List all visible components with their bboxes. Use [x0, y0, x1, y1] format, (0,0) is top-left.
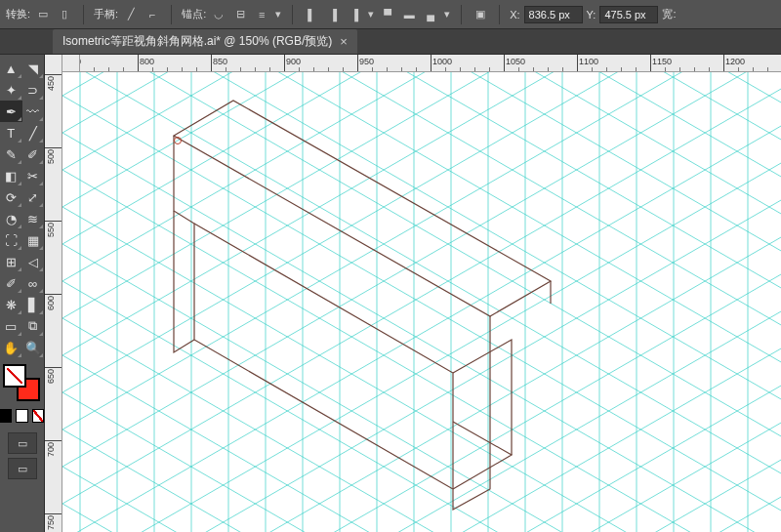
- gradient-tool[interactable]: ◁: [22, 251, 45, 272]
- color-mode-btn[interactable]: [0, 409, 12, 423]
- svg-line-66: [62, 392, 781, 532]
- flip-horizontal-icon[interactable]: ▭: [34, 6, 52, 23]
- close-icon[interactable]: ×: [340, 35, 348, 48]
- align-left-icon[interactable]: ▌: [303, 6, 320, 23]
- handle-mode-icon[interactable]: ⌐: [144, 6, 161, 23]
- document-tab[interactable]: Isometric等距视角斜角网格.ai* @ 150% (RGB/预览) ×: [53, 29, 357, 54]
- svg-line-32: [62, 55, 781, 179]
- svg-line-44: [62, 55, 781, 401]
- svg-line-46: [62, 55, 781, 438]
- symbol-sprayer-tool[interactable]: ❋: [0, 294, 22, 315]
- svg-line-54: [62, 170, 781, 532]
- direct-selection-tool[interactable]: ◥: [22, 58, 45, 79]
- align-center-h-icon[interactable]: ▐: [324, 6, 342, 23]
- handle-icon[interactable]: ╱: [122, 6, 140, 23]
- hand-tool[interactable]: ✋: [0, 337, 22, 358]
- svg-line-79: [62, 235, 781, 532]
- svg-line-71: [62, 87, 781, 504]
- slice-tool[interactable]: ⧉: [22, 315, 45, 337]
- dropdown-icon[interactable]: ▾: [367, 11, 375, 19]
- svg-line-50: [62, 96, 781, 512]
- align-top-icon[interactable]: ▀: [379, 6, 396, 23]
- svg-line-63: [62, 55, 781, 355]
- pen-tool[interactable]: ✒: [0, 101, 22, 122]
- perspective-grid-tool[interactable]: ▦: [22, 229, 45, 251]
- eyedropper-tool[interactable]: ✐: [0, 272, 22, 294]
- ruler-corner: [62, 55, 80, 72]
- column-graph-tool[interactable]: ▋: [22, 294, 45, 315]
- draw-behind-btn[interactable]: ▭: [8, 458, 37, 479]
- svg-line-65: [62, 55, 781, 392]
- flip-vertical-icon[interactable]: ▯: [56, 6, 73, 23]
- dropdown-icon[interactable]: ▾: [274, 11, 282, 19]
- none-mode-btn[interactable]: [32, 409, 44, 423]
- ruler-vertical[interactable]: 450500550600650700750: [45, 55, 62, 532]
- canvas[interactable]: 75080085090095010001050110011501200: [62, 55, 781, 532]
- scale-tool[interactable]: ⤢: [22, 186, 45, 208]
- document-tab-row: Isometric等距视角斜角网格.ai* @ 150% (RGB/预览) ×: [0, 29, 781, 55]
- svg-line-69: [62, 55, 781, 467]
- knife-tool[interactable]: ✂: [22, 165, 45, 186]
- divider: [171, 5, 172, 24]
- align-anchor-icon[interactable]: ≡: [253, 6, 270, 23]
- draw-normal-btn[interactable]: ▭: [8, 432, 37, 454]
- mini-swatches: [0, 409, 44, 423]
- align-right-icon[interactable]: ▐: [346, 6, 363, 23]
- anchor-label: 锚点:: [182, 7, 206, 21]
- selection-tool[interactable]: ▲: [0, 58, 22, 79]
- transform-label: 转换:: [6, 7, 30, 21]
- svg-line-52: [62, 133, 781, 532]
- document-tab-title: Isometric等距视角斜角网格.ai* @ 150% (RGB/预览): [62, 33, 332, 50]
- ruler-horizontal[interactable]: 75080085090095010001050110011501200: [62, 55, 781, 72]
- magic-wand-tool[interactable]: ✦: [0, 79, 22, 101]
- mesh-tool[interactable]: ⊞: [0, 251, 22, 272]
- svg-line-60: [62, 281, 781, 532]
- zoom-tool[interactable]: 🔍: [22, 337, 45, 358]
- rotate-tool[interactable]: ⟳: [0, 186, 22, 208]
- svg-line-38: [62, 55, 781, 290]
- svg-line-75: [62, 161, 781, 532]
- canvas-svg: [62, 55, 781, 532]
- svg-line-93: [62, 495, 781, 532]
- type-tool[interactable]: T: [0, 122, 22, 143]
- shape-builder-tool[interactable]: ◔: [0, 208, 22, 229]
- y-input[interactable]: [599, 6, 658, 23]
- main-area: ▲◥✦⊃✒〰T╱✎✐◧✂⟳⤢◔≋⛶▦⊞◁✐∞❋▋▭⧉✋🔍▭▭ 450500550…: [0, 55, 781, 532]
- fill-stroke-swatches[interactable]: [3, 364, 42, 403]
- svg-line-48: [62, 59, 781, 475]
- svg-line-83: [62, 309, 781, 532]
- svg-line-36: [62, 55, 781, 253]
- artboard-tool[interactable]: ▭: [0, 315, 22, 337]
- divider: [499, 5, 500, 24]
- lasso-tool[interactable]: ⊃: [22, 79, 45, 101]
- align-bottom-icon[interactable]: ▄: [422, 6, 439, 23]
- free-transform-tool[interactable]: ⛶: [0, 229, 22, 251]
- y-label: Y:: [587, 9, 596, 20]
- convert-anchor-icon[interactable]: ◡: [210, 6, 227, 23]
- line-segment-tool[interactable]: ╱: [22, 122, 45, 143]
- gradient-mode-btn[interactable]: [16, 409, 27, 423]
- svg-line-61: [62, 55, 781, 318]
- width-tool[interactable]: ≋: [22, 208, 45, 229]
- paintbrush-tool[interactable]: ✎: [0, 143, 22, 165]
- curvature-tool[interactable]: 〰: [22, 101, 45, 122]
- blend-tool[interactable]: ∞: [22, 272, 45, 294]
- svg-line-42: [62, 55, 781, 364]
- align-middle-icon[interactable]: ▬: [400, 6, 418, 23]
- svg-line-72: [62, 504, 781, 532]
- w-label: 宽:: [662, 7, 676, 21]
- isolate-icon[interactable]: ▣: [472, 6, 489, 23]
- toolbox: ▲◥✦⊃✒〰T╱✎✐◧✂⟳⤢◔≋⛶▦⊞◁✐∞❋▋▭⧉✋🔍▭▭: [0, 55, 45, 532]
- screen-mode-buttons: ▭▭: [0, 432, 44, 479]
- eraser-tool[interactable]: ◧: [0, 165, 22, 186]
- pencil-tool[interactable]: ✐: [22, 143, 45, 165]
- fill-swatch[interactable]: [3, 364, 26, 388]
- svg-line-81: [62, 272, 781, 532]
- remove-anchor-icon[interactable]: ⊟: [231, 6, 249, 23]
- dropdown-icon[interactable]: ▾: [443, 11, 451, 19]
- x-input[interactable]: [524, 6, 583, 23]
- divider: [461, 5, 462, 24]
- svg-line-59: [62, 55, 781, 281]
- svg-line-62: [62, 318, 781, 532]
- artwork-isometric-path[interactable]: [174, 101, 551, 510]
